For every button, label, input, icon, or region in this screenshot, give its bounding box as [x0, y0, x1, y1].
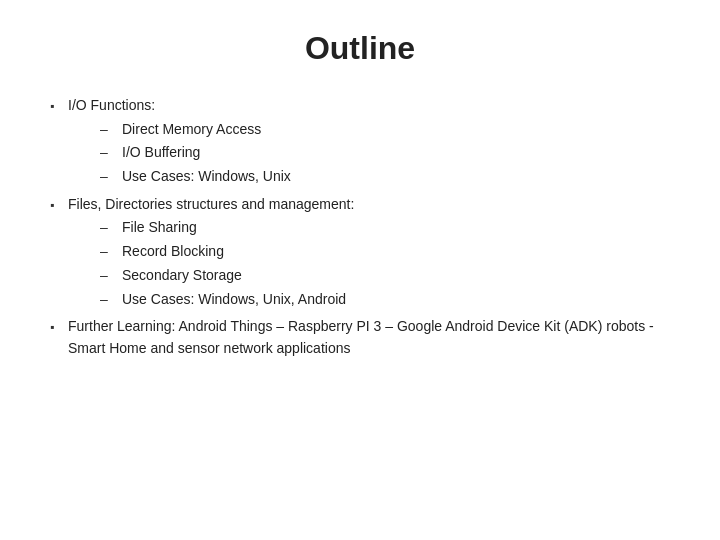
io-sub-list: – Direct Memory Access – I/O Buffering –… — [100, 119, 670, 188]
text-filesharing: File Sharing — [122, 217, 670, 239]
section-io-label: I/O Functions: — [68, 97, 155, 113]
section-files-directories: ▪ Files, Directories structures and mana… — [50, 194, 670, 312]
slide-title: Outline — [50, 30, 670, 67]
slide-page: Outline ▪ I/O Functions: – Direct Memory… — [0, 0, 720, 540]
sub-item-recordblocking: – Record Blocking — [100, 241, 670, 263]
text-iobuffering: I/O Buffering — [122, 142, 670, 164]
dash-usecases2: – — [100, 289, 122, 311]
dash-iobuffering: – — [100, 142, 122, 164]
sub-item-filesharing: – File Sharing — [100, 217, 670, 239]
dash-filesharing: – — [100, 217, 122, 239]
dash-secondarystorage: – — [100, 265, 122, 287]
sub-item-dma: – Direct Memory Access — [100, 119, 670, 141]
section-further-learning: ▪ Further Learning: Android Things – Ras… — [50, 316, 670, 359]
sub-item-usecases1: – Use Cases: Windows, Unix — [100, 166, 670, 188]
content-area: ▪ I/O Functions: – Direct Memory Access … — [50, 95, 670, 360]
bullet-marker-2: ▪ — [50, 196, 68, 215]
sub-item-iobuffering: – I/O Buffering — [100, 142, 670, 164]
text-secondarystorage: Secondary Storage — [122, 265, 670, 287]
dash-recordblocking: – — [100, 241, 122, 263]
text-dma: Direct Memory Access — [122, 119, 670, 141]
sub-item-secondarystorage: – Secondary Storage — [100, 265, 670, 287]
section-io-functions: ▪ I/O Functions: – Direct Memory Access … — [50, 95, 670, 190]
text-usecases2: Use Cases: Windows, Unix, Android — [122, 289, 670, 311]
dash-dma: – — [100, 119, 122, 141]
text-usecases1: Use Cases: Windows, Unix — [122, 166, 670, 188]
text-further-learning: Further Learning: Android Things – Raspb… — [68, 316, 670, 359]
dash-usecases1: – — [100, 166, 122, 188]
bullet-marker-1: ▪ — [50, 97, 68, 116]
files-sub-list: – File Sharing – Record Blocking – Secon… — [100, 217, 670, 310]
sub-item-usecases2: – Use Cases: Windows, Unix, Android — [100, 289, 670, 311]
bullet-marker-3: ▪ — [50, 318, 68, 337]
text-recordblocking: Record Blocking — [122, 241, 670, 263]
section-files-label: Files, Directories structures and manage… — [68, 196, 354, 212]
